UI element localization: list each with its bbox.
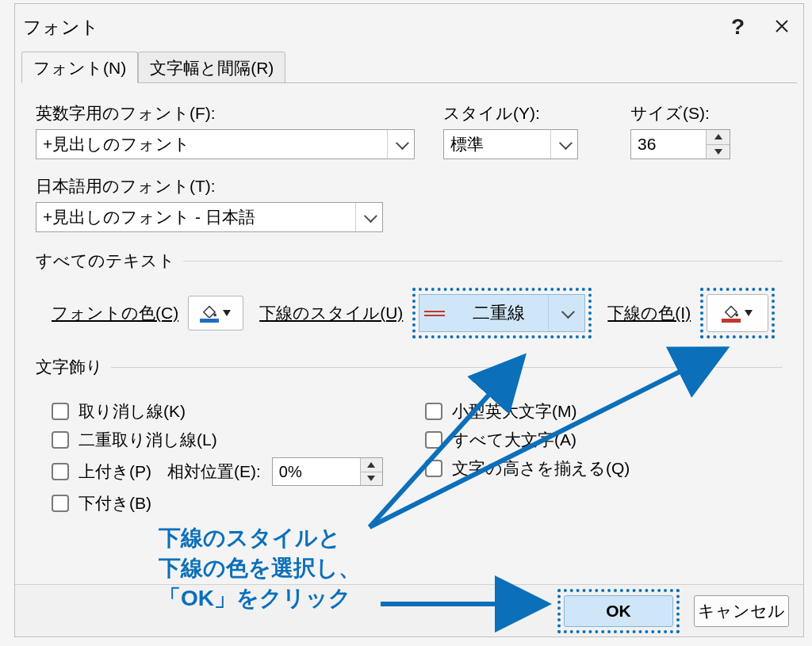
checkbox-double-strikethrough[interactable]: 二重取り消し線(L) [52,429,409,451]
double-line-icon [419,295,450,331]
checkbox-icon [425,460,442,477]
size-down[interactable] [707,145,730,159]
checkbox-superscript[interactable]: 上付き(P) 相対位置(E): 0% [52,457,409,486]
svg-point-1 [736,314,739,317]
tab-font[interactable]: フォント(N) [21,52,138,83]
label-font-color: フォントの色(C) [52,302,178,324]
underline-style-combo[interactable]: 二重線 [419,294,585,332]
size-up[interactable] [707,130,730,145]
underline-style-value: 二重線 [450,301,548,325]
tabstrip: フォント(N) 文字幅と間隔(R) [15,50,803,83]
size-spinner[interactable]: 36 [630,129,730,159]
font-color-picker[interactable] [188,296,243,331]
checkbox-icon [52,495,69,512]
ok-button[interactable]: OK [564,595,673,627]
size-value: 36 [631,130,706,159]
label-rel-pos: 相対位置(E): [167,461,261,483]
checkbox-icon [425,431,442,449]
triangle-up-icon [714,134,722,140]
checkbox-subscript[interactable]: 下付き(B) [52,492,409,514]
label-asian-font: 日本語用のフォント(T): [36,175,216,197]
cancel-button[interactable]: キャンセル [694,595,789,627]
checkbox-strikethrough[interactable]: 取り消し線(K) [52,400,409,422]
highlight-underline-style: 二重線 [412,288,592,338]
svg-point-0 [214,314,217,317]
triangle-down-icon [367,476,375,481]
latin-font-value: +見出しのフォント [36,130,387,159]
latin-font-combo[interactable]: +見出しのフォント [36,129,415,159]
triangle-up-icon [367,462,375,468]
label-size: サイズ(S): [630,102,710,124]
titlebar: フォント ? [15,4,803,50]
checkbox-icon [52,463,69,480]
checkbox-icon [52,431,69,449]
rel-pos-down[interactable] [361,472,382,486]
underline-color-picker[interactable] [707,294,768,332]
tab-spacing[interactable]: 文字幅と間隔(R) [138,52,285,83]
label-underline-color: 下線の色(I) [607,302,691,324]
rel-pos-spinner[interactable]: 0% [272,457,383,486]
close-button[interactable] [760,4,803,50]
asian-font-combo[interactable]: +見出しのフォント - 日本語 [36,202,383,232]
chevron-down-icon [355,203,382,231]
checkbox-all-caps[interactable]: すべて大文字(A) [425,429,783,451]
help-button[interactable]: ? [716,4,760,50]
rel-pos-up[interactable] [361,458,382,472]
paint-bucket-icon [722,304,740,323]
highlight-ok: OK [557,589,680,633]
label-underline-style: 下線のスタイル(U) [259,302,403,324]
close-icon [774,14,790,40]
label-latin-font: 英数字用のフォント(F): [36,102,216,124]
chevron-down-icon [387,130,414,159]
checkbox-small-caps[interactable]: 小型英大文字(M) [425,400,783,422]
dialog-footer: OK キャンセル [15,584,803,636]
font-pane: 英数字用のフォント(F): +見出しのフォント スタイル(Y): 標準 サイズ(… [15,83,803,584]
triangle-down-icon [223,310,231,316]
style-combo[interactable]: 標準 [443,129,578,159]
rel-pos-value: 0% [273,458,360,485]
checkbox-equalize-height[interactable]: 文字の高さを揃える(Q) [425,457,783,480]
font-dialog: フォント ? フォント(N) 文字幅と間隔(R) 英数字用のフォント(F): +… [14,3,804,637]
help-icon: ? [731,14,745,40]
style-value: 標準 [444,130,550,159]
label-style: スタイル(Y): [443,102,540,124]
checkbox-icon [52,403,69,420]
checkbox-icon [425,403,442,420]
dialog-title: フォント [23,15,99,40]
asian-font-value: +見出しのフォント - 日本語 [36,203,355,231]
triangle-down-icon [714,149,722,155]
chevron-down-icon [548,295,584,331]
section-all-text: すべてのテキスト [36,250,783,272]
triangle-down-icon [745,310,753,316]
chevron-down-icon [550,130,577,159]
paint-bucket-icon [201,304,218,323]
section-decor: 文字飾り [36,356,783,378]
highlight-underline-color [700,288,775,338]
